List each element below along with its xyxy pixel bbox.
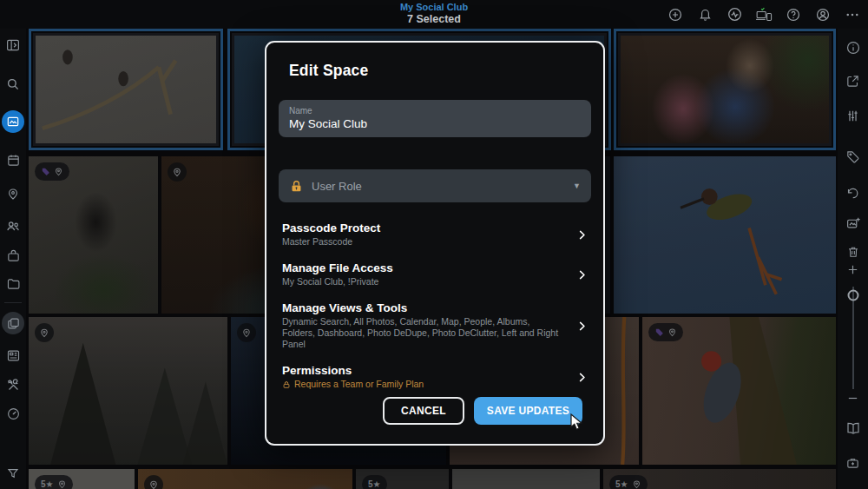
info-icon[interactable] xyxy=(843,37,864,58)
import-icon[interactable] xyxy=(3,245,23,266)
manage-file-access-row[interactable]: Manage File Access My Social Club, !Priv… xyxy=(279,254,591,294)
chevron-right-icon xyxy=(576,229,588,241)
add-to-album-icon[interactable] xyxy=(843,213,864,234)
lock-icon xyxy=(282,380,291,389)
adjustments-icon[interactable] xyxy=(843,105,864,126)
spaces-icon[interactable] xyxy=(2,312,24,334)
people-icon[interactable] xyxy=(3,215,23,236)
row-title: Permissions xyxy=(282,364,564,378)
row-title: Manage Views & Tools xyxy=(282,301,564,315)
permissions-row[interactable]: Permissions Requires a Team or Family Pl… xyxy=(279,357,591,397)
zoom-in-icon[interactable] xyxy=(843,259,864,280)
app-window: My Social Club 7 Selected xyxy=(0,0,868,489)
dialog-title: Edit Space xyxy=(289,62,581,80)
more-icon[interactable] xyxy=(844,6,861,23)
name-input[interactable]: Name My Social Club xyxy=(279,100,591,137)
photos-icon[interactable] xyxy=(2,110,24,133)
notifications-icon[interactable] xyxy=(696,6,713,23)
tag-icon[interactable] xyxy=(843,146,864,167)
left-sidebar xyxy=(0,29,26,489)
devices-synced-icon[interactable] xyxy=(755,6,773,23)
map-icon[interactable] xyxy=(3,183,23,204)
user-role-dropdown[interactable]: User Role ▼ xyxy=(279,169,591,202)
add-circle-icon[interactable] xyxy=(667,6,684,23)
tools-icon[interactable] xyxy=(3,374,23,395)
open-editor-icon[interactable] xyxy=(843,70,864,91)
top-bar: My Social Club 7 Selected xyxy=(0,0,868,29)
help-icon[interactable] xyxy=(785,6,802,23)
name-input-label: Name xyxy=(289,106,581,116)
user-role-label: User Role xyxy=(312,180,573,193)
row-subtitle: My Social Club, !Private xyxy=(282,276,564,287)
dashboard-icon[interactable] xyxy=(3,345,23,366)
row-subtitle: Dynamic Search, All Photos, Calendar, Ma… xyxy=(282,316,564,350)
filter-icon[interactable] xyxy=(3,463,23,484)
chevron-right-icon xyxy=(576,269,588,281)
zoom-slider-knob[interactable] xyxy=(847,290,858,301)
row-subtitle-locked: Requires a Team or Family Plan xyxy=(282,379,564,390)
save-updates-button[interactable]: SAVE UPDATES xyxy=(474,397,582,425)
chevron-right-icon xyxy=(576,320,588,332)
declutter-icon[interactable] xyxy=(3,403,23,424)
lock-icon xyxy=(289,179,304,194)
calendar-icon[interactable] xyxy=(3,149,23,170)
story-view-icon[interactable] xyxy=(843,418,864,439)
row-subtitle-text: Requires a Team or Family Plan xyxy=(294,379,424,390)
vault-icon[interactable] xyxy=(843,452,864,472)
zoom-slider-track[interactable] xyxy=(852,287,854,389)
name-input-value[interactable]: My Social Club xyxy=(289,117,581,130)
row-subtitle: Master Passcode xyxy=(282,236,564,248)
folders-icon[interactable] xyxy=(3,273,23,294)
row-title: Passcode Protect xyxy=(282,221,564,235)
zoom-out-icon[interactable] xyxy=(843,387,864,408)
rotate-icon[interactable] xyxy=(843,182,864,203)
row-title: Manage File Access xyxy=(282,261,564,275)
chevron-right-icon xyxy=(576,372,588,383)
sync-activity-icon[interactable] xyxy=(726,6,743,23)
chevron-down-icon: ▼ xyxy=(573,182,581,190)
search-icon[interactable] xyxy=(3,74,23,95)
panel-toggle-icon[interactable] xyxy=(3,35,23,56)
manage-views-tools-row[interactable]: Manage Views & Tools Dynamic Search, All… xyxy=(279,294,591,357)
topbar-icons xyxy=(667,0,861,29)
sidebar-divider xyxy=(4,302,22,303)
account-icon[interactable] xyxy=(814,6,832,23)
edit-space-dialog: Edit Space Name My Social Club User Role… xyxy=(265,41,605,446)
passcode-protect-row[interactable]: Passcode Protect Master Passcode xyxy=(279,215,591,254)
cancel-button[interactable]: CANCEL xyxy=(383,397,464,425)
right-sidebar xyxy=(838,29,868,489)
